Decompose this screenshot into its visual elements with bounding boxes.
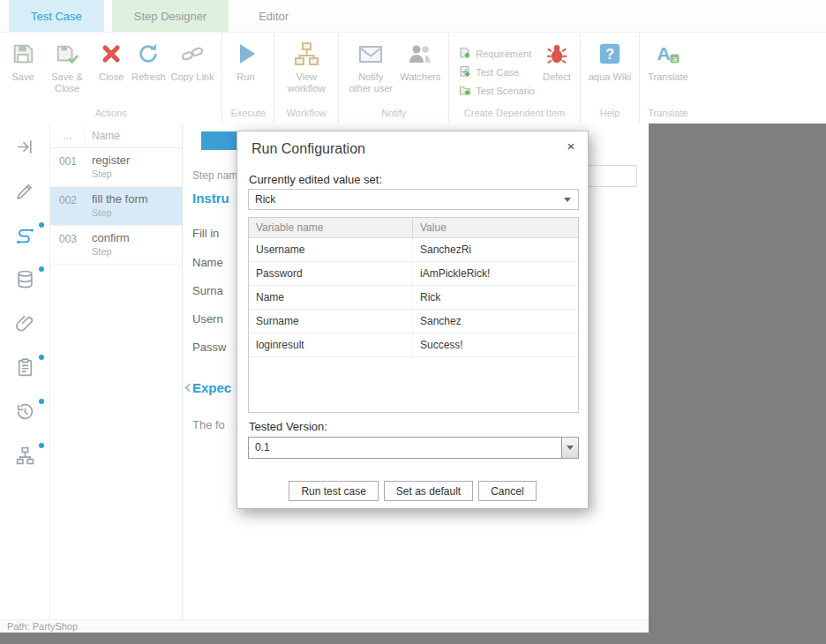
watchers-button-label: Watchers bbox=[400, 71, 440, 83]
refresh-button[interactable]: Refresh bbox=[129, 39, 169, 85]
translate-button[interactable]: Aa Translate bbox=[645, 39, 690, 85]
create-test-case-button[interactable]: Test Case bbox=[456, 64, 537, 79]
svg-text:A: A bbox=[657, 43, 670, 64]
steps-list-header: ... Name bbox=[50, 124, 182, 148]
create-test-scenario-button[interactable]: Test Scenario bbox=[456, 83, 537, 98]
cancel-button[interactable]: Cancel bbox=[478, 481, 536, 501]
column-header-menu: ... bbox=[50, 124, 86, 147]
tested-version-label: Tested Version: bbox=[249, 420, 327, 433]
database-icon bbox=[15, 269, 35, 289]
dialog-close-button[interactable]: × bbox=[561, 137, 581, 156]
variable-value-cell[interactable]: Success! bbox=[413, 333, 578, 356]
sidebar-item-data[interactable] bbox=[15, 269, 35, 289]
instruction-text: Fill in bbox=[192, 227, 219, 240]
ribbon-group-label-workflow: Workflow bbox=[277, 106, 335, 124]
step-row-selected[interactable]: 002 fill the form Step bbox=[50, 187, 182, 226]
variable-name-cell: Password bbox=[249, 262, 413, 285]
variable-name-cell: Username bbox=[249, 238, 413, 261]
create-test-case-label: Test Case bbox=[476, 67, 519, 78]
sidebar-item-expand[interactable] bbox=[15, 137, 35, 157]
run-test-case-button[interactable]: Run test case bbox=[289, 481, 378, 501]
variable-name-cell: Name bbox=[249, 286, 413, 309]
step-number: 003 bbox=[50, 226, 86, 264]
refresh-icon bbox=[135, 41, 161, 67]
step-name: confirm bbox=[92, 231, 130, 244]
steps-route-icon bbox=[15, 225, 35, 245]
sitemap-icon bbox=[15, 446, 35, 466]
sidebar-item-steps[interactable] bbox=[15, 225, 35, 245]
aqua-wiki-button[interactable]: ? aqua Wiki bbox=[586, 39, 634, 85]
save-button[interactable]: Save bbox=[5, 39, 41, 85]
set-as-default-button[interactable]: Set as default bbox=[384, 481, 473, 501]
step-row[interactable]: 001 register Step bbox=[50, 148, 182, 187]
ribbon-group-label-execute: Execute bbox=[225, 106, 271, 124]
variable-name-cell: Surname bbox=[249, 310, 413, 333]
step-number: 001 bbox=[50, 148, 86, 186]
step-type: Step bbox=[92, 246, 130, 257]
path-label: Path: PartyShop bbox=[7, 621, 78, 632]
copy-link-button-label: Copy Link bbox=[171, 71, 214, 83]
chevron-down-icon bbox=[567, 446, 574, 450]
view-workflow-button-label: View workflow bbox=[282, 71, 330, 94]
tab-test-case[interactable]: Test Case bbox=[9, 0, 104, 32]
variable-value-cell[interactable]: iAmPickleRick! bbox=[413, 262, 578, 285]
tested-version-value: 0.1 bbox=[255, 441, 270, 453]
step-row[interactable]: 003 confirm Step bbox=[50, 226, 182, 265]
test-case-add-icon bbox=[459, 65, 471, 79]
step-type: Step bbox=[92, 168, 130, 179]
variable-value-cell[interactable]: Sanchez bbox=[413, 310, 578, 333]
ribbon-group-label-actions: Actions bbox=[3, 106, 219, 124]
variable-value-cell[interactable]: SanchezRi bbox=[413, 238, 578, 261]
sidebar-item-details[interactable] bbox=[15, 357, 35, 378]
ribbon-group-notify: Notify other user Watchers Notify bbox=[339, 33, 449, 124]
run-icon bbox=[232, 41, 259, 67]
save-and-close-button[interactable]: Save & Close bbox=[41, 39, 94, 96]
tab-step-designer[interactable]: Step Designer bbox=[112, 0, 229, 32]
field-label-surname: Surna bbox=[192, 284, 223, 297]
run-button[interactable]: Run bbox=[228, 39, 263, 85]
history-clock-icon bbox=[15, 401, 35, 422]
step-name: fill the form bbox=[92, 192, 148, 206]
variable-row: Name Rick bbox=[249, 286, 578, 310]
sidebar-item-dependencies[interactable] bbox=[15, 446, 35, 466]
sidebar-item-edit[interactable] bbox=[15, 181, 35, 201]
value-set-selected-value: Rick bbox=[255, 193, 275, 206]
watchers-button[interactable]: Watchers bbox=[397, 39, 443, 85]
ribbon-group-label-notify: Notify bbox=[342, 106, 446, 124]
workflow-icon bbox=[293, 41, 319, 67]
notify-other-user-button[interactable]: Notify other user bbox=[344, 39, 397, 96]
notify-other-user-button-label: Notify other user bbox=[347, 71, 394, 94]
tab-bar: Test Case Step Designer Editor bbox=[0, 0, 826, 33]
tab-editor[interactable]: Editor bbox=[237, 0, 311, 32]
translate-icon: Aa bbox=[655, 41, 681, 67]
sidebar-item-history[interactable] bbox=[15, 401, 35, 422]
notification-dot bbox=[39, 355, 44, 360]
svg-text:?: ? bbox=[605, 47, 614, 62]
variable-value-cell[interactable]: Rick bbox=[413, 286, 578, 309]
window-chrome: Test Case Step Designer Editor Save Save… bbox=[0, 0, 826, 124]
variables-table: Variable name Value Username SanchezRi P… bbox=[248, 217, 579, 413]
view-workflow-button[interactable]: View workflow bbox=[280, 39, 333, 96]
close-icon bbox=[98, 41, 124, 67]
create-requirement-button[interactable]: Requirement bbox=[456, 46, 537, 61]
ribbon-group-label-create-dependent-item: Create Dependent Item bbox=[452, 106, 577, 124]
translate-button-label: Translate bbox=[648, 71, 687, 83]
envelope-icon bbox=[357, 41, 384, 67]
sidebar-item-attachments[interactable] bbox=[15, 313, 35, 333]
ribbon: Save Save & Close Close bbox=[0, 33, 826, 124]
ribbon-group-actions: Save Save & Close Close bbox=[0, 33, 222, 124]
variable-row: Username SanchezRi bbox=[249, 238, 578, 262]
tested-version-combobox[interactable]: 0.1 bbox=[248, 437, 579, 459]
value-set-dropdown[interactable]: Rick bbox=[248, 189, 579, 210]
copy-link-button[interactable]: Copy Link bbox=[169, 39, 217, 85]
close-button[interactable]: Close bbox=[94, 39, 129, 85]
create-defect-button[interactable]: Defect bbox=[539, 39, 574, 85]
edit-pencil-icon bbox=[15, 181, 35, 201]
field-label-name: Name bbox=[192, 256, 223, 269]
variable-name-cell: loginresult bbox=[249, 333, 413, 356]
ribbon-group-create-dependent-item: Requirement Test Case Test Scenario bbox=[449, 33, 581, 124]
ribbon-group-label-translate: Translate bbox=[642, 106, 693, 124]
combo-dropdown-button[interactable] bbox=[561, 438, 578, 458]
step-name-label: Step nam bbox=[192, 169, 237, 182]
defect-bug-icon bbox=[544, 41, 570, 67]
